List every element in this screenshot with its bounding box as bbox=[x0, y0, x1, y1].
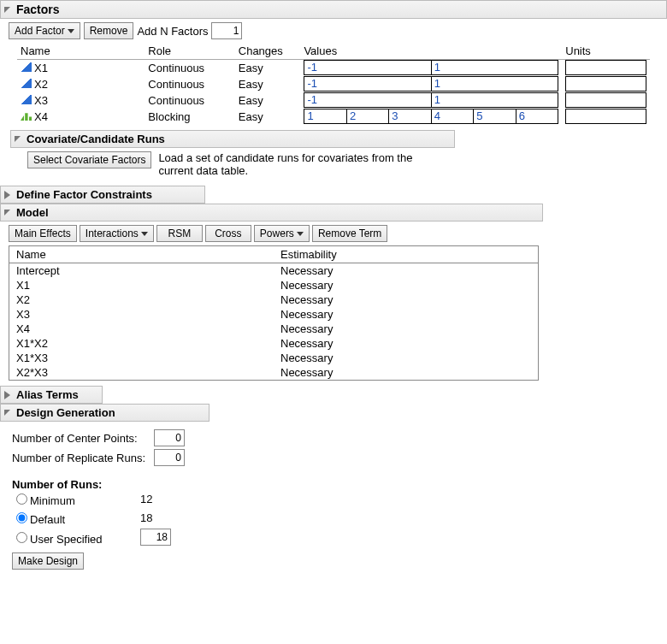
constraints-title: Define Factor Constraints bbox=[16, 188, 152, 201]
design-title: Design Generation bbox=[16, 406, 115, 419]
interactions-button[interactable]: Interactions bbox=[80, 225, 154, 242]
value-cell[interactable]: 2 bbox=[346, 109, 389, 124]
factor-changes[interactable]: Easy bbox=[235, 76, 301, 92]
runs-option-label: User Specified bbox=[30, 533, 103, 546]
runs-radio[interactable] bbox=[16, 532, 27, 543]
continuous-icon bbox=[21, 62, 32, 72]
term-est: Necessary bbox=[274, 336, 539, 351]
value-cell[interactable]: -1 bbox=[304, 60, 431, 75]
value-cell[interactable]: -1 bbox=[304, 76, 431, 92]
runs-radio[interactable] bbox=[16, 493, 27, 505]
col-units[interactable]: Units bbox=[562, 43, 650, 60]
factor-name: X2 bbox=[34, 78, 48, 91]
value-cell[interactable]: 1 bbox=[431, 60, 558, 75]
disclosure-open-icon[interactable] bbox=[4, 410, 10, 416]
col-changes[interactable]: Changes bbox=[235, 43, 301, 60]
factor-name: X1 bbox=[34, 62, 48, 74]
alias-title: Alias Terms bbox=[16, 388, 79, 401]
value-cell[interactable]: 3 bbox=[388, 109, 431, 124]
term-est: Necessary bbox=[274, 278, 539, 292]
disclosure-closed-icon[interactable] bbox=[4, 391, 10, 399]
model-row[interactable]: X3Necessary bbox=[9, 307, 539, 322]
factor-name: X3 bbox=[34, 94, 48, 107]
remove-term-button[interactable]: Remove Term bbox=[312, 225, 387, 242]
model-row[interactable]: X1Necessary bbox=[9, 278, 539, 292]
center-points-input[interactable] bbox=[154, 429, 185, 446]
term-name: X1*X3 bbox=[9, 351, 274, 365]
caret-down-icon bbox=[297, 232, 304, 236]
term-est: Necessary bbox=[274, 307, 539, 322]
constraints-header[interactable]: Define Factor Constraints bbox=[0, 186, 205, 204]
caret-down-icon bbox=[68, 29, 74, 33]
user-runs-input[interactable] bbox=[140, 529, 171, 546]
col-role[interactable]: Role bbox=[145, 43, 234, 60]
model-row[interactable]: X2*X3Necessary bbox=[9, 365, 539, 381]
disclosure-closed-icon[interactable] bbox=[4, 191, 10, 199]
value-cell[interactable]: -1 bbox=[304, 92, 431, 108]
runs-option[interactable]: Minimum bbox=[12, 491, 140, 507]
factor-row[interactable]: X2ContinuousEasy-11 bbox=[17, 76, 650, 92]
disclosure-open-icon[interactable] bbox=[15, 136, 21, 142]
disclosure-open-icon[interactable] bbox=[4, 7, 10, 13]
runs-option-label: Default bbox=[30, 513, 65, 526]
model-header[interactable]: Model bbox=[0, 204, 543, 222]
model-row[interactable]: X1*X2Necessary bbox=[9, 336, 539, 351]
factor-role[interactable]: Continuous bbox=[145, 76, 234, 92]
runs-option[interactable]: Default bbox=[12, 510, 140, 526]
caret-down-icon bbox=[141, 232, 148, 236]
units-cell[interactable] bbox=[565, 60, 646, 75]
covariate-title: Covariate/Candidate Runs bbox=[27, 133, 165, 145]
value-cell[interactable]: 5 bbox=[473, 109, 516, 124]
replicate-runs-input[interactable] bbox=[154, 449, 185, 466]
add-n-input[interactable] bbox=[211, 22, 242, 39]
value-cell[interactable]: 1 bbox=[431, 76, 558, 92]
factors-header[interactable]: Factors bbox=[0, 0, 667, 19]
factor-role[interactable]: Blocking bbox=[145, 109, 234, 125]
model-col-est[interactable]: Estimability bbox=[274, 246, 539, 263]
model-row[interactable]: X4Necessary bbox=[9, 322, 539, 336]
rsm-button[interactable]: RSM bbox=[156, 225, 203, 242]
term-name: X1*X2 bbox=[9, 336, 274, 351]
select-covariate-button[interactable]: Select Covariate Factors bbox=[27, 151, 151, 168]
value-cell[interactable]: 1 bbox=[431, 92, 558, 108]
powers-button[interactable]: Powers bbox=[254, 225, 310, 242]
main-effects-button[interactable]: Main Effects bbox=[9, 225, 77, 242]
model-row[interactable]: X1*X3Necessary bbox=[9, 351, 539, 365]
value-cell[interactable]: 4 bbox=[431, 109, 474, 124]
covariate-desc: Load a set of candidate runs for covaria… bbox=[158, 151, 449, 177]
units-cell[interactable] bbox=[565, 109, 646, 124]
runs-option[interactable]: User Specified bbox=[12, 529, 140, 546]
col-name[interactable]: Name bbox=[17, 43, 145, 60]
term-name: X3 bbox=[9, 307, 274, 322]
value-cell[interactable]: 6 bbox=[516, 109, 558, 124]
model-row[interactable]: X2Necessary bbox=[9, 292, 539, 307]
term-est: Necessary bbox=[274, 292, 539, 307]
factor-role[interactable]: Continuous bbox=[145, 92, 234, 109]
design-header[interactable]: Design Generation bbox=[0, 404, 210, 422]
model-row[interactable]: InterceptNecessary bbox=[9, 263, 539, 279]
value-cell[interactable]: 1 bbox=[304, 109, 346, 124]
continuous-icon bbox=[21, 79, 32, 88]
add-factor-button[interactable]: Add Factor bbox=[9, 22, 80, 39]
remove-factor-button[interactable]: Remove bbox=[84, 22, 134, 39]
col-values[interactable]: Values bbox=[300, 43, 562, 60]
model-col-name[interactable]: Name bbox=[9, 246, 274, 263]
runs-radio[interactable] bbox=[16, 512, 27, 523]
units-cell[interactable] bbox=[565, 76, 646, 92]
runs-label: Number of Runs: bbox=[12, 478, 658, 491]
factor-changes[interactable]: Easy bbox=[235, 109, 301, 125]
covariate-header[interactable]: Covariate/Candidate Runs bbox=[10, 130, 455, 148]
factor-changes[interactable]: Easy bbox=[235, 60, 301, 77]
term-est: Necessary bbox=[274, 351, 539, 365]
factor-row[interactable]: X3ContinuousEasy-11 bbox=[17, 92, 650, 109]
disclosure-open-icon[interactable] bbox=[4, 210, 10, 216]
factor-role[interactable]: Continuous bbox=[145, 60, 234, 77]
factor-row[interactable]: X4BlockingEasy123456 bbox=[17, 109, 650, 125]
continuous-icon bbox=[21, 95, 32, 104]
factor-row[interactable]: X1ContinuousEasy-11 bbox=[17, 60, 650, 77]
alias-header[interactable]: Alias Terms bbox=[0, 386, 103, 404]
factor-changes[interactable]: Easy bbox=[235, 92, 301, 109]
make-design-button[interactable]: Make Design bbox=[12, 552, 84, 570]
cross-button[interactable]: Cross bbox=[205, 225, 251, 242]
units-cell[interactable] bbox=[565, 92, 646, 108]
